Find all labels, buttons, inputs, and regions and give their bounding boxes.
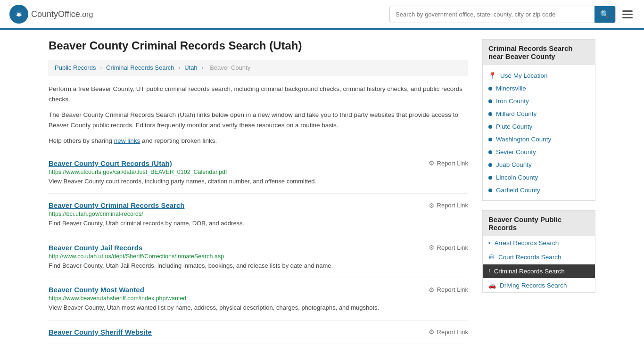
report-icon: ⚙ <box>429 286 435 294</box>
sidebar-link-iron-county[interactable]: Iron County <box>483 95 595 107</box>
result-desc: Find Beaver County, Utah Jail Records, i… <box>49 261 468 271</box>
result-header: Beaver County Criminal Records Search ⚙ … <box>49 201 468 209</box>
desc-before: Help others by sharing <box>49 137 114 144</box>
result-url: https://bci.utah.gov/criminal-records/ <box>49 211 468 217</box>
nearby-links: 📍 Use My Location Minersville Iron Count… <box>483 65 595 200</box>
result-desc: View Beaver County court records, includ… <box>49 177 468 186</box>
sidebar-link-label: Sevier County <box>496 148 536 156</box>
public-records-section: Beaver County Public Records ▪ Arrest Re… <box>482 210 595 293</box>
sidebar-link-millard-county[interactable]: Millard County <box>483 107 595 120</box>
report-link-button[interactable]: ⚙ Report Link <box>429 286 468 294</box>
sidebar-link-garfield-county[interactable]: Garfield County <box>483 184 595 197</box>
report-label: Report Link <box>437 202 468 209</box>
public-records-links: ▪ Arrest Records Search 🏛 Court Records … <box>483 236 595 292</box>
page-title: Beaver County Criminal Records Search (U… <box>49 39 468 52</box>
menu-button[interactable] <box>620 8 635 20</box>
result-item: Beaver County Sheriff Website ⚙ Report L… <box>49 321 468 344</box>
sidebar-link-minersville[interactable]: Minersville <box>483 82 595 95</box>
court-records-link[interactable]: 🏛 Court Records Search <box>483 250 595 264</box>
report-label: Report Link <box>437 160 468 167</box>
sidebar-link-label: Millard County <box>496 110 537 117</box>
sidebar-link-juab-county[interactable]: Juab County <box>483 158 595 171</box>
criminal-icon: ! <box>488 268 490 275</box>
menu-line-3 <box>622 17 633 18</box>
breadcrumb-criminal-records[interactable]: Criminal Records Search <box>106 64 174 71</box>
sidebar-link-lincoln-county[interactable]: Lincoln County <box>483 171 595 184</box>
logo-suffix: .org <box>80 10 93 18</box>
use-my-location-link[interactable]: 📍 Use My Location <box>483 69 595 82</box>
result-title[interactable]: Beaver County Most Wanted <box>49 286 144 294</box>
search-bar: 🔍 <box>389 6 616 23</box>
driving-records-link[interactable]: 🚗 Driving Records Search <box>483 279 595 292</box>
header: CountyOffice.org 🔍 <box>0 0 644 30</box>
breadcrumb-beaver-county: Beaver County <box>210 64 250 71</box>
criminal-records-link[interactable]: ! Criminal Records Search <box>483 264 595 279</box>
sidebar-link-label: Use My Location <box>500 72 548 79</box>
logo-area: CountyOffice.org <box>9 5 93 24</box>
desc-after: and reporting broken links. <box>140 137 217 144</box>
sidebar-link-label: Lincoln County <box>496 174 538 181</box>
sidebar: Criminal Records Search near Beaver Coun… <box>482 39 595 344</box>
main-container: Beaver County Criminal Records Search (U… <box>39 30 605 354</box>
result-title[interactable]: Beaver County Court Records (Utah) <box>49 159 172 167</box>
header-right: 🔍 <box>389 6 635 23</box>
sidebar-link-washington-county[interactable]: Washington County <box>483 133 595 146</box>
report-link-button[interactable]: ⚙ Report Link <box>429 159 468 167</box>
pin-icon: 📍 <box>488 72 496 79</box>
report-icon: ⚙ <box>429 202 435 209</box>
sidebar-link-label: Garfield County <box>496 187 540 194</box>
content-area: Beaver County Criminal Records Search (U… <box>49 39 468 344</box>
report-link-button[interactable]: ⚙ Report Link <box>429 244 468 251</box>
dot-icon <box>488 176 492 180</box>
dot-icon <box>488 189 492 192</box>
result-title[interactable]: Beaver County Jail Records <box>49 244 142 252</box>
result-header: Beaver County Court Records (Utah) ⚙ Rep… <box>49 159 468 167</box>
logo-text[interactable]: CountyOffice.org <box>31 9 93 19</box>
report-link-button[interactable]: ⚙ Report Link <box>429 328 468 336</box>
dot-icon <box>488 87 492 90</box>
result-url: https://www.utcourts.gov/cal/data/Just_B… <box>49 169 468 175</box>
description-para2: The Beaver County Criminal Records Searc… <box>49 110 468 130</box>
result-desc: Find Beaver County, Utah criminal record… <box>49 219 468 228</box>
menu-line-1 <box>622 10 633 12</box>
new-links[interactable]: new links <box>114 137 140 144</box>
pub-rec-label: Criminal Records Search <box>494 268 565 275</box>
dot-icon <box>488 150 492 154</box>
sidebar-link-label: Juab County <box>496 161 532 168</box>
result-item: Beaver County Jail Records ⚙ Report Link… <box>49 236 468 279</box>
result-item: Beaver County Criminal Records Search ⚙ … <box>49 194 468 236</box>
logo-name: CountyOffice <box>31 9 80 19</box>
report-icon: ⚙ <box>429 328 435 336</box>
dot-icon <box>488 125 492 129</box>
result-title[interactable]: Beaver County Criminal Records Search <box>49 201 184 209</box>
report-link-button[interactable]: ⚙ Report Link <box>429 202 468 209</box>
arrest-records-link[interactable]: ▪ Arrest Records Search <box>483 236 595 250</box>
dot-icon <box>488 112 492 116</box>
breadcrumb-sep-3: › <box>201 64 203 71</box>
driving-icon: 🚗 <box>488 282 496 289</box>
breadcrumb-public-records[interactable]: Public Records <box>55 64 96 71</box>
arrest-icon: ▪ <box>488 239 491 247</box>
result-item: Beaver County Most Wanted ⚙ Report Link … <box>49 278 468 321</box>
report-label: Report Link <box>437 286 468 293</box>
search-button[interactable]: 🔍 <box>594 6 615 23</box>
breadcrumb: Public Records › Criminal Records Search… <box>49 60 468 75</box>
sidebar-link-sevier-county[interactable]: Sevier County <box>483 146 595 158</box>
nearby-section: Criminal Records Search near Beaver Coun… <box>482 39 595 201</box>
search-input[interactable] <box>390 7 594 22</box>
sidebar-link-label: Piute County <box>496 123 532 130</box>
report-label: Report Link <box>437 244 468 251</box>
description-para1: Perform a free Beaver County, UT public … <box>49 84 468 104</box>
public-records-section-title: Beaver County Public Records <box>483 211 595 236</box>
result-title[interactable]: Beaver County Sheriff Website <box>49 328 152 336</box>
result-header: Beaver County Sheriff Website ⚙ Report L… <box>49 328 468 336</box>
court-icon: 🏛 <box>488 254 495 261</box>
sidebar-link-piute-county[interactable]: Piute County <box>483 120 595 133</box>
breadcrumb-sep-1: › <box>100 64 102 71</box>
pub-rec-label: Court Records Search <box>498 254 561 261</box>
result-item: Beaver County Court Records (Utah) ⚙ Rep… <box>49 152 468 194</box>
menu-line-2 <box>622 14 633 15</box>
breadcrumb-utah[interactable]: Utah <box>184 64 197 71</box>
result-url: https://www.beaverutahsheriff.com/index.… <box>49 295 468 302</box>
description-para3: Help others by sharing new links and rep… <box>49 136 468 146</box>
